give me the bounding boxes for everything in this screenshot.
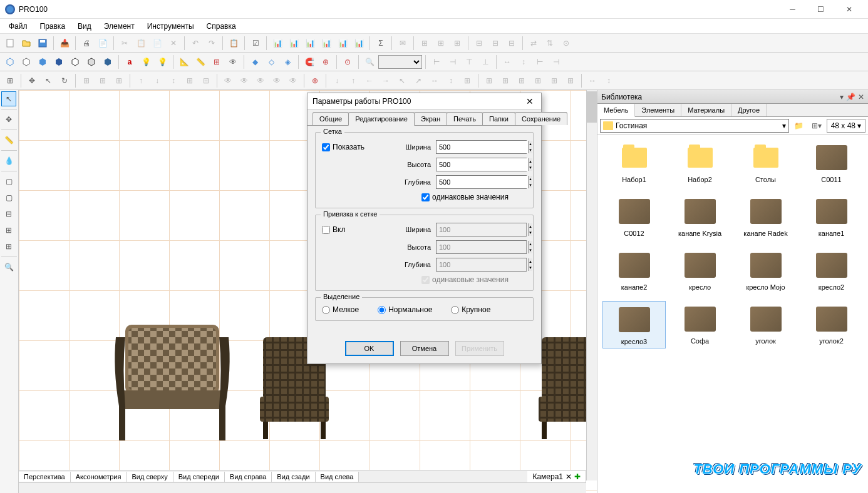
grid-depth-spinner[interactable]: ▲▼ — [436, 175, 527, 189]
menu-edit[interactable]: Правка — [34, 20, 72, 33]
target-button[interactable]: ⊕ — [307, 73, 323, 88]
library-item[interactable]: уголок2 — [800, 301, 863, 348]
undo-button[interactable]: ↶ — [188, 36, 203, 51]
grid-toggle-button[interactable]: ⊞ — [209, 54, 224, 69]
view-hidden-button[interactable] — [19, 54, 34, 69]
dialog-close-button[interactable]: ✕ — [524, 95, 536, 108]
distribute2-button[interactable]: ⊟ — [488, 36, 503, 51]
check-button[interactable]: ☑ — [248, 36, 263, 51]
move4-button[interactable]: ⊞ — [182, 73, 197, 88]
magnet2-button[interactable]: ⊕ — [318, 54, 333, 69]
sum-button[interactable]: Σ — [373, 36, 388, 51]
grid-same-checkbox[interactable]: одинаковые значения — [403, 193, 527, 201]
view-tab-perspective[interactable]: Перспектива — [19, 472, 71, 482]
import-button[interactable]: 📥 — [57, 36, 72, 51]
library-close-icon[interactable]: ✕ — [858, 93, 864, 101]
view-tab-top[interactable]: Вид сверху — [127, 472, 173, 482]
library-item[interactable]: кресло — [668, 247, 731, 293]
hide2-button[interactable]: 👁 — [237, 73, 252, 88]
rotate-button[interactable]: ↻ — [57, 73, 72, 88]
group2-button[interactable]: ⊞ — [95, 73, 110, 88]
move3-button[interactable]: ↕ — [166, 73, 181, 88]
shape2-tool[interactable]: ▢ — [1, 190, 16, 205]
view-full-button[interactable] — [84, 54, 99, 69]
light2-button[interactable]: 💡 — [155, 54, 170, 69]
measure-tool[interactable]: 📏 — [1, 133, 16, 148]
library-item[interactable]: кресло Mojo — [734, 247, 797, 293]
mail-button[interactable]: ✉ — [395, 36, 410, 51]
snap3-button[interactable]: ◈ — [280, 54, 295, 69]
dialog-tab-print[interactable]: Печать — [447, 112, 483, 125]
a9-button[interactable]: ⊞ — [460, 73, 475, 88]
dim3-button[interactable]: ⊤ — [462, 54, 477, 69]
library-tab-furniture[interactable]: Мебель — [597, 104, 635, 117]
dim8-button[interactable]: ⊣ — [549, 54, 564, 69]
open-button[interactable] — [19, 36, 34, 51]
grid-snap-button[interactable]: ⊞ — [3, 73, 18, 88]
report3-button[interactable]: 📊 — [302, 36, 318, 51]
a1-button[interactable]: ↓ — [329, 73, 344, 88]
zoom-select[interactable] — [378, 55, 422, 69]
view-render-button[interactable] — [100, 54, 115, 69]
dialog-tab-screen[interactable]: Экран — [414, 112, 447, 125]
search-tool[interactable]: 🔍 — [1, 260, 16, 275]
move1-button[interactable]: ↑ — [133, 73, 148, 88]
a2-button[interactable]: ↑ — [346, 73, 361, 88]
c2-button[interactable]: ↕ — [601, 73, 616, 88]
snap-enable-checkbox[interactable]: Вкл — [322, 225, 345, 234]
select-button[interactable]: ↖ — [41, 73, 56, 88]
library-item[interactable]: канапе1 — [800, 193, 863, 240]
flip1-button[interactable]: ⇄ — [526, 36, 541, 51]
view-shade1-button[interactable] — [35, 54, 50, 69]
a4-button[interactable]: → — [378, 73, 393, 88]
library-view-button[interactable]: ⊞▾ — [809, 118, 824, 133]
flip3-button[interactable]: ⊙ — [559, 36, 574, 51]
dialog-titlebar[interactable]: Параметры работы PRO100 ✕ — [307, 93, 541, 109]
report5-button[interactable]: 📊 — [335, 36, 350, 51]
hide4-button[interactable]: 👁 — [269, 73, 284, 88]
report1-button[interactable]: 📊 — [270, 36, 285, 51]
cut-button[interactable]: ✂ — [117, 36, 132, 51]
library-item[interactable]: канапе Radek — [734, 193, 797, 240]
hide3-button[interactable]: 👁 — [253, 73, 268, 88]
b2-button[interactable]: ⊞ — [498, 73, 513, 88]
print-button[interactable]: 🖨 — [79, 36, 94, 51]
shape5-tool[interactable]: ⊞ — [1, 239, 16, 254]
menu-tools[interactable]: Инструменты — [141, 20, 200, 33]
thumbnail-size-select[interactable]: 48 x 48 ▾ — [827, 119, 865, 133]
dimensions-button[interactable]: 📏 — [193, 54, 208, 69]
group1-button[interactable]: ⊞ — [79, 73, 94, 88]
snap-width-spinner[interactable]: ▲▼ — [436, 223, 527, 236]
report4-button[interactable]: 📊 — [319, 36, 334, 51]
eyedropper-tool[interactable]: 💧 — [1, 153, 16, 168]
b5-button[interactable]: ⊞ — [547, 73, 562, 88]
close-button[interactable]: ✕ — [835, 1, 863, 18]
view-tab-back[interactable]: Вид сзади — [272, 472, 315, 482]
library-item[interactable]: Набор1 — [602, 140, 666, 186]
library-item[interactable]: C0011 — [800, 140, 863, 186]
dialog-tab-folders[interactable]: Папки — [482, 112, 515, 125]
library-item[interactable]: C0012 — [602, 193, 666, 240]
cancel-button[interactable]: Отмена — [400, 341, 449, 356]
shape-tool[interactable]: ▢ — [1, 174, 16, 189]
library-item[interactable]: Софа — [668, 301, 731, 348]
library-tab-materials[interactable]: Материалы — [681, 104, 731, 116]
dim2-button[interactable]: ⊣ — [445, 54, 460, 69]
report2-button[interactable]: 📊 — [286, 36, 301, 51]
b4-button[interactable]: ⊞ — [530, 73, 545, 88]
library-dropdown-icon[interactable]: ▾ — [840, 93, 844, 101]
magnet1-button[interactable]: 🧲 — [302, 54, 317, 69]
layer-button[interactable]: 📐 — [177, 54, 192, 69]
library-item[interactable]: канапе Krysia — [668, 193, 731, 240]
save-button[interactable] — [35, 36, 50, 51]
library-item[interactable]: кресло3 — [602, 301, 666, 348]
copy-button[interactable]: 📋 — [133, 36, 148, 51]
delete-button[interactable]: ✕ — [166, 36, 181, 51]
menu-help[interactable]: Справка — [200, 20, 242, 33]
view-wireframe-button[interactable] — [3, 54, 18, 69]
paste-button[interactable]: 📄 — [150, 36, 165, 51]
dialog-tab-editing[interactable]: Редактирование — [348, 112, 415, 126]
library-pin-icon[interactable]: 📌 — [846, 93, 855, 101]
selection-small-radio[interactable]: Мелкое — [322, 305, 359, 314]
library-item[interactable]: канапе2 — [602, 247, 666, 293]
